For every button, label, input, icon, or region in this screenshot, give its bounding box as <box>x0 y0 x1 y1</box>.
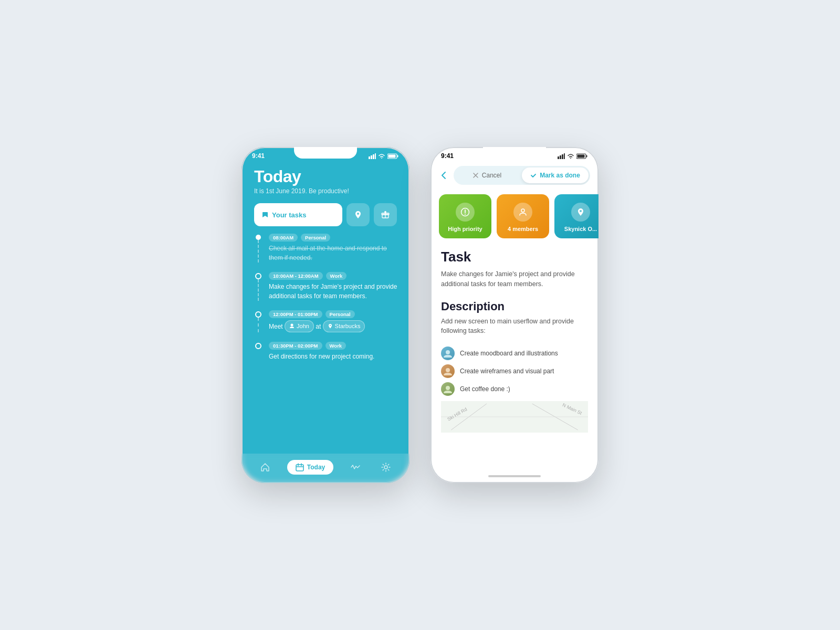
bottom-nav: Today <box>242 454 410 483</box>
battery-icon <box>387 153 399 159</box>
sub-task-3-text: Get coffee done :) <box>460 385 510 393</box>
svg-point-28 <box>446 368 450 372</box>
timeline-item-4: 01:30PM - 02:00PM Work Get directions fo… <box>254 342 401 361</box>
sub-task-3: Get coffee done :) <box>441 382 588 396</box>
svg-point-26 <box>521 209 524 212</box>
cat-2: Work <box>326 272 347 280</box>
status-icons-2 <box>558 153 588 159</box>
nav-today[interactable]: Today <box>287 460 333 475</box>
svg-rect-17 <box>560 155 561 159</box>
svg-rect-11 <box>296 465 303 471</box>
timeline-item-2[interactable]: 10:00AM - 12:00AM Work Make changes for … <box>254 272 401 301</box>
sub-tasks-list: Create moodboard and illustrations Creat… <box>441 346 588 396</box>
activity-icon <box>350 462 361 472</box>
task-detail: Task Make changes for Jamie's project an… <box>430 247 598 472</box>
location-card: Skynick O... <box>554 194 598 238</box>
battery-icon-2 <box>576 153 588 159</box>
person-tag: John <box>285 320 314 332</box>
status-time-1: 9:41 <box>252 152 265 160</box>
dot-3 <box>255 311 261 318</box>
task-text-1: Check all mail at the home and respond t… <box>269 244 401 262</box>
place-icon <box>328 323 333 329</box>
svg-rect-0 <box>369 156 370 159</box>
svg-point-27 <box>446 350 450 354</box>
timeline: 08:00AM Personal Check all mail at the h… <box>242 234 410 454</box>
svg-rect-18 <box>562 154 563 159</box>
status-time-2: 9:41 <box>441 152 454 160</box>
bottom-indicator <box>430 472 598 483</box>
back-icon <box>441 171 446 180</box>
dot-4 <box>255 343 261 349</box>
people-icon <box>518 207 528 217</box>
priority-card: High priority <box>439 194 491 238</box>
notch-2 <box>483 147 546 159</box>
priority-label: High priority <box>448 226 482 232</box>
signal-icon-2 <box>558 153 565 159</box>
svg-rect-22 <box>578 154 585 158</box>
cat-4: Work <box>326 342 346 350</box>
svg-rect-1 <box>371 155 372 159</box>
your-tasks-tab[interactable]: Your tasks <box>254 203 342 226</box>
today-subtitle: It is 1st June 2019. Be productive! <box>254 187 397 195</box>
description-intro: Add new screen to main userflow and prov… <box>441 317 588 337</box>
person-icon <box>289 323 295 329</box>
notch <box>294 147 357 159</box>
cat-1: Personal <box>301 234 330 242</box>
svg-rect-5 <box>397 155 398 157</box>
description-title: Description <box>441 300 588 313</box>
timeline-item-3: 12:00PM - 01:00PM Personal Meet John a <box>254 310 401 332</box>
svg-rect-16 <box>558 156 559 159</box>
map-pin-icon <box>576 207 585 217</box>
sub-task-2: Create wireframes and visual part <box>441 364 588 378</box>
members-icon <box>513 203 532 222</box>
svg-point-25 <box>465 214 466 215</box>
members-label: 4 members <box>508 226 538 232</box>
time-2: 10:00AM - 12:00AM <box>269 272 323 280</box>
time-3: 12:00PM - 01:00PM <box>269 310 322 318</box>
cancel-button[interactable]: Cancel <box>454 166 520 185</box>
task-text-3: Meet John at <box>269 320 401 332</box>
wifi-icon-2 <box>567 153 574 159</box>
gift-icon <box>381 211 390 219</box>
settings-icon <box>381 462 391 472</box>
location-tab[interactable] <box>346 203 370 226</box>
svg-rect-3 <box>375 153 376 159</box>
svg-rect-21 <box>586 155 587 157</box>
svg-point-29 <box>446 386 450 390</box>
place-tag: Starbucks <box>323 320 365 332</box>
nav-activity[interactable] <box>347 459 364 476</box>
svg-point-15 <box>384 466 387 469</box>
task-text-2: Make changes for Jamie's project and pro… <box>269 282 401 301</box>
today-title: Today <box>254 167 397 186</box>
time-1: 08:00AM <box>269 234 298 242</box>
sub-task-2-text: Create wireframes and visual part <box>460 368 554 375</box>
back-button[interactable] <box>439 169 448 182</box>
cards-row: High priority 4 members Skynick O... <box>430 190 598 247</box>
action-pills: Cancel Mark as done <box>454 166 590 185</box>
status-icons-1 <box>369 153 399 159</box>
nav-settings[interactable] <box>377 459 394 476</box>
wifi-icon <box>378 153 385 159</box>
nav-home[interactable] <box>257 459 274 476</box>
avatar-2-img <box>443 366 453 376</box>
members-card: 4 members <box>497 194 549 238</box>
bookmark-icon <box>261 211 269 218</box>
priority-icon <box>456 203 475 222</box>
location-card-icon <box>571 203 590 222</box>
mark-done-button[interactable]: Mark as done <box>522 167 589 183</box>
gift-tab[interactable] <box>374 203 397 226</box>
check-icon <box>530 172 537 178</box>
sub-task-1-text: Create moodboard and illustrations <box>460 350 558 357</box>
location-label: Skynick O... <box>564 226 597 232</box>
timeline-item-1: 08:00AM Personal Check all mail at the h… <box>254 234 401 262</box>
nav-today-label: Today <box>307 464 325 471</box>
map-area: Ski Hill Rd N Main St <box>441 401 588 433</box>
avatar-2 <box>441 364 455 378</box>
avatar-1 <box>441 346 455 360</box>
svg-point-10 <box>291 324 293 327</box>
task-description: Make changes for Jamie's project and pro… <box>441 269 588 289</box>
dot-2 <box>255 273 261 279</box>
avatar-1-img <box>443 348 453 359</box>
top-bar: Cancel Mark as done <box>430 162 598 190</box>
blue-header: Today It is 1st June 2019. Be productive… <box>242 162 410 203</box>
